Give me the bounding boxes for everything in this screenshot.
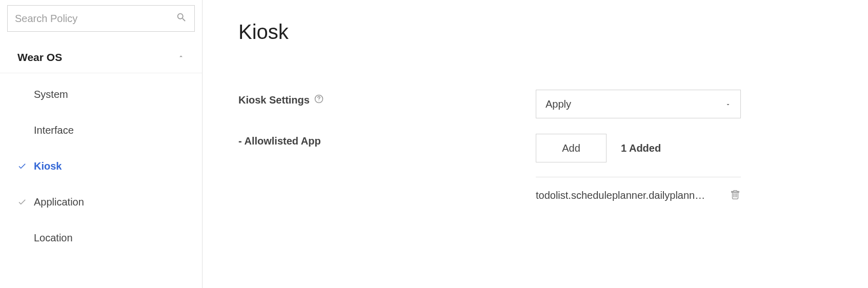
search-box[interactable] xyxy=(7,5,195,32)
trash-icon xyxy=(730,189,741,202)
sidebar-item-label: System xyxy=(34,89,68,100)
check-icon xyxy=(17,161,29,171)
allowlisted-app-label: - Allowlisted App xyxy=(238,135,536,147)
sidebar-item-application[interactable]: Application xyxy=(0,184,202,220)
sidebar-item-kiosk[interactable]: Kiosk xyxy=(0,148,202,184)
label-text: Kiosk Settings xyxy=(238,94,310,106)
sidebar-item-interface[interactable]: Interface xyxy=(0,112,202,148)
sidebar-item-label: Application xyxy=(34,196,84,208)
app-item-name: todolist.scheduleplanner.dailyplann… xyxy=(536,190,705,201)
setting-control-col: Apply Add 1 Added todolist.scheduleplann… xyxy=(536,90,847,202)
added-count-label: 1 Added xyxy=(621,142,661,154)
search-input[interactable] xyxy=(15,13,176,25)
delete-app-button[interactable] xyxy=(730,189,741,202)
chevron-up-icon xyxy=(177,53,185,62)
add-row: Add 1 Added xyxy=(536,134,847,162)
kiosk-settings-label: Kiosk Settings xyxy=(238,94,324,107)
help-icon[interactable] xyxy=(314,94,324,107)
nav-items: System Interface Kiosk Application Locat… xyxy=(0,73,202,256)
sidebar-item-label: Location xyxy=(34,232,73,244)
svg-point-1 xyxy=(318,100,319,101)
add-button[interactable]: Add xyxy=(536,134,607,162)
app-item-row: todolist.scheduleplanner.dailyplann… xyxy=(536,177,741,202)
sidebar-item-location[interactable]: Location xyxy=(0,220,202,256)
dropdown-value: Apply xyxy=(546,98,571,110)
nav-group-header[interactable]: Wear OS xyxy=(0,42,202,73)
sidebar-item-label: Kiosk xyxy=(34,160,62,172)
nav-group-title: Wear OS xyxy=(17,51,62,64)
main-content: Kiosk Kiosk Settings - Allowlisted App A… xyxy=(203,0,868,288)
caret-down-icon xyxy=(725,98,731,110)
search-icon xyxy=(176,12,187,25)
check-icon xyxy=(17,197,29,207)
sidebar: Wear OS System Interface Kiosk Applicati… xyxy=(0,0,203,288)
kiosk-settings-dropdown[interactable]: Apply xyxy=(536,90,741,118)
sidebar-item-label: Interface xyxy=(34,125,74,136)
setting-row-kiosk: Kiosk Settings - Allowlisted App Apply A… xyxy=(238,90,847,202)
setting-label-col: Kiosk Settings - Allowlisted App xyxy=(238,90,536,147)
page-title: Kiosk xyxy=(238,20,847,44)
sidebar-item-system[interactable]: System xyxy=(0,76,202,112)
